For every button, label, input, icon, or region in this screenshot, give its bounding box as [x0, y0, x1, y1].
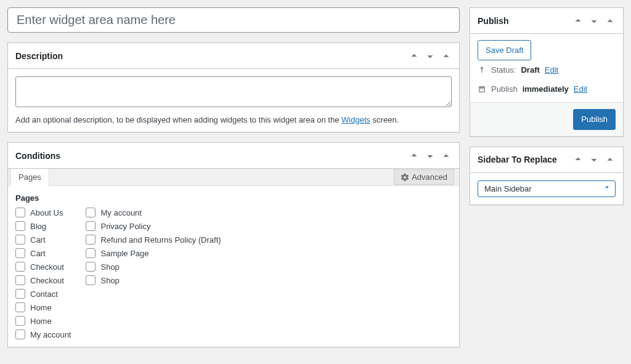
list-item[interactable]: About Us — [15, 208, 71, 217]
panel-move-down-button[interactable] — [588, 15, 600, 26]
description-textarea[interactable] — [15, 76, 452, 107]
save-draft-button[interactable]: Save Draft — [478, 40, 531, 60]
panel-move-down-button[interactable] — [425, 150, 436, 161]
list-item[interactable]: Privacy Policy — [86, 221, 221, 231]
list-item[interactable]: Home — [15, 302, 71, 312]
panel-move-up-button[interactable] — [409, 51, 420, 62]
checkbox[interactable] — [86, 262, 96, 272]
checkbox[interactable] — [15, 302, 25, 312]
schedule-row: Publish immediately Edit — [478, 79, 616, 99]
pin-icon — [478, 66, 486, 75]
publish-header: Publish — [470, 8, 623, 34]
checkbox[interactable] — [15, 235, 25, 245]
description-panel: Description Add an optional description,… — [7, 42, 460, 132]
panel-collapse-button[interactable] — [441, 150, 452, 161]
panel-move-down-button[interactable] — [425, 51, 436, 62]
checkbox[interactable] — [15, 275, 25, 285]
checkbox[interactable] — [15, 221, 25, 231]
edit-status-link[interactable]: Edit — [545, 65, 558, 75]
sidebar-replace-header: Sidebar To Replace — [470, 147, 623, 173]
checkbox[interactable] — [15, 289, 25, 299]
panel-move-down-button[interactable] — [588, 154, 600, 165]
list-item[interactable]: Home — [15, 316, 71, 326]
list-item[interactable]: My account — [15, 330, 71, 339]
pages-column-1: About Us Blog Cart Cart Checkout Checkou… — [15, 208, 71, 339]
sidebar-replace-title: Sidebar To Replace — [478, 155, 557, 164]
conditions-panel: Conditions Pages Advanced Pages Ab — [7, 142, 460, 347]
description-title: Description — [15, 51, 63, 61]
checkbox[interactable] — [15, 208, 25, 217]
checkbox[interactable] — [86, 208, 96, 217]
checkbox[interactable] — [15, 248, 25, 258]
description-help-text: Add an optional description, to be displ… — [15, 115, 452, 124]
widgets-screen-link[interactable]: Widgets — [341, 115, 370, 124]
list-item[interactable]: Sample Page — [86, 248, 221, 258]
panel-collapse-button[interactable] — [441, 51, 452, 62]
checkbox[interactable] — [15, 262, 25, 272]
tab-pages[interactable]: Pages — [10, 169, 49, 186]
list-item[interactable]: Checkout — [15, 262, 71, 272]
checkbox[interactable] — [86, 275, 96, 285]
pages-column-2: My account Privacy Policy Refund and Ret… — [86, 208, 221, 339]
advanced-button[interactable]: Advanced — [394, 169, 454, 185]
pages-heading: Pages — [15, 193, 452, 203]
widget-area-title-input[interactable] — [7, 7, 460, 33]
conditions-title: Conditions — [15, 151, 60, 161]
list-item[interactable]: Shop — [86, 262, 221, 272]
list-item[interactable]: Shop — [86, 275, 221, 285]
panel-collapse-button[interactable] — [605, 15, 616, 26]
checkbox[interactable] — [86, 221, 96, 231]
list-item[interactable]: My account — [86, 208, 221, 217]
checkbox[interactable] — [15, 330, 25, 339]
panel-move-up-button[interactable] — [572, 154, 584, 165]
list-item[interactable]: Cart — [15, 248, 71, 258]
checkbox[interactable] — [15, 316, 25, 326]
edit-schedule-link[interactable]: Edit — [574, 84, 587, 94]
checkbox[interactable] — [86, 235, 96, 245]
list-item[interactable]: Blog — [15, 221, 71, 231]
publish-panel: Publish Save Draft Status: Draft Edit — [470, 7, 624, 137]
description-header: Description — [8, 43, 459, 69]
publish-button[interactable]: Publish — [573, 109, 616, 129]
panel-move-up-button[interactable] — [409, 150, 420, 161]
list-item[interactable]: Refund and Returns Policy (Draft) — [86, 235, 221, 245]
conditions-header: Conditions — [8, 143, 459, 169]
sidebar-replace-select[interactable]: Main Sidebar — [478, 180, 616, 197]
list-item[interactable]: Contact — [15, 289, 71, 299]
publish-title: Publish — [478, 16, 509, 26]
panel-move-up-button[interactable] — [572, 15, 584, 26]
calendar-icon — [478, 85, 486, 94]
list-item[interactable]: Checkout — [15, 275, 71, 285]
sidebar-replace-panel: Sidebar To Replace Main Sidebar — [470, 147, 624, 205]
gear-icon — [401, 173, 409, 182]
list-item[interactable]: Cart — [15, 235, 71, 245]
panel-collapse-button[interactable] — [605, 154, 616, 165]
checkbox[interactable] — [86, 248, 96, 258]
status-row: Status: Draft Edit — [478, 60, 616, 79]
